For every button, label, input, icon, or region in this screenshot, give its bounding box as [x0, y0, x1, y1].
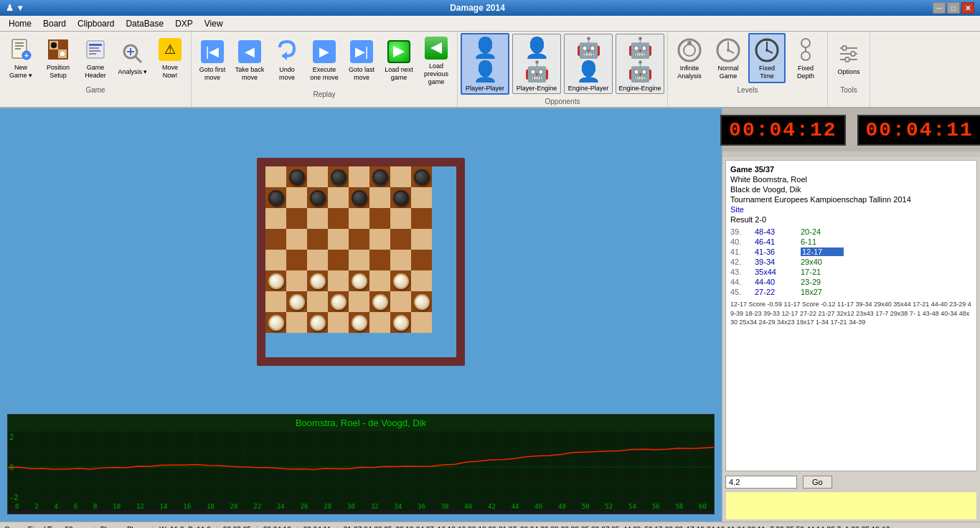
move-white[interactable]: 44-40 — [755, 278, 798, 286]
undo-button[interactable]: Undomove — [269, 35, 305, 85]
new-game-button[interactable]: + NewGame ▾ — [3, 33, 39, 83]
horizon-input[interactable] — [725, 476, 797, 489]
options-button[interactable]: Options — [831, 33, 867, 83]
board-cell[interactable] — [265, 229, 286, 250]
board-cell[interactable] — [328, 166, 349, 187]
board-cell[interactable] — [286, 208, 307, 229]
move-white[interactable]: 46-41 — [755, 237, 798, 246]
board-cell[interactable] — [328, 312, 349, 333]
menu-board[interactable]: Board — [37, 17, 72, 30]
board-cell[interactable] — [390, 208, 411, 229]
board-cell[interactable] — [286, 229, 307, 250]
move-white[interactable]: 41-36 — [755, 248, 798, 256]
board-cell[interactable] — [411, 187, 432, 208]
board-cell[interactable] — [286, 291, 307, 312]
load-prev-button[interactable]: Load previousgame — [418, 33, 454, 88]
board-cell[interactable] — [390, 250, 411, 270]
board-cell[interactable] — [307, 229, 328, 250]
board-cell[interactable] — [265, 187, 286, 208]
board-cell[interactable] — [390, 166, 411, 187]
board-cell[interactable] — [411, 229, 432, 250]
go-button[interactable]: Go — [803, 476, 832, 489]
move-black[interactable]: 12-17 — [801, 248, 844, 256]
menu-clipboard[interactable]: Clipboard — [72, 17, 120, 30]
board-cell[interactable] — [411, 166, 432, 187]
maximize-button[interactable]: □ — [947, 2, 960, 14]
menu-view[interactable]: View — [199, 17, 229, 30]
board-cell[interactable] — [286, 312, 307, 333]
position-setup-button[interactable]: PositionSetup — [40, 33, 76, 83]
board-cell[interactable] — [307, 270, 328, 291]
board-cell[interactable] — [328, 291, 349, 312]
infinite-analysis-button[interactable]: InfiniteAnalysis — [671, 33, 708, 83]
board-cell[interactable] — [390, 291, 411, 312]
fixed-time-button[interactable]: FixedTime — [748, 33, 786, 83]
board-cell[interactable] — [307, 250, 328, 270]
board-cell[interactable] — [328, 250, 349, 270]
board-cell[interactable] — [265, 208, 286, 229]
move-white[interactable]: 35x44 — [755, 268, 798, 276]
board-cell[interactable] — [349, 270, 369, 291]
execute-one-button[interactable]: ▶ Executeone move — [306, 35, 342, 85]
player-engine-button[interactable]: 👤🤖 Player-Engine — [512, 34, 561, 94]
board-cell[interactable] — [328, 270, 349, 291]
board-cell[interactable] — [307, 291, 328, 312]
move-black[interactable]: 29x40 — [801, 258, 844, 266]
board-cell[interactable] — [349, 208, 369, 229]
board-cell[interactable] — [349, 291, 369, 312]
board-cell[interactable] — [349, 250, 369, 270]
analysis-button[interactable]: Analysis ▾ — [115, 33, 151, 83]
goto-last-button[interactable]: ▶| Goto lastmove — [344, 35, 380, 85]
board-cell[interactable] — [369, 250, 390, 270]
move-black[interactable]: 23-29 — [801, 278, 844, 286]
board-cell[interactable] — [411, 270, 432, 291]
move-black[interactable]: 17-21 — [801, 268, 844, 276]
board-cell[interactable] — [411, 208, 432, 229]
take-back-button[interactable]: ◀ Take backmove — [232, 35, 268, 85]
move-black[interactable]: 6-11 — [801, 237, 844, 246]
menu-home[interactable]: Home — [3, 17, 37, 30]
minimize-button[interactable]: ─ — [933, 2, 946, 14]
board-cell[interactable] — [307, 187, 328, 208]
goto-first-button[interactable]: |◀ Goto firstmove — [194, 35, 230, 85]
board-cell[interactable] — [390, 187, 411, 208]
board-cell[interactable] — [411, 291, 432, 312]
board-cell[interactable] — [390, 270, 411, 291]
move-black[interactable]: 18x27 — [801, 288, 844, 296]
board-cell[interactable] — [369, 312, 390, 333]
board-cell[interactable] — [328, 187, 349, 208]
board-cell[interactable] — [265, 291, 286, 312]
board-cell[interactable] — [369, 229, 390, 250]
board-cell[interactable] — [390, 229, 411, 250]
board-cell[interactable] — [265, 166, 286, 187]
board-cell[interactable] — [286, 166, 307, 187]
move-now-button[interactable]: ⚠ MoveNow! — [152, 33, 188, 83]
normal-game-button[interactable]: NormalGame — [710, 33, 747, 83]
engine-player-button[interactable]: 🤖👤 Engine-Player — [564, 34, 613, 94]
game-header-button[interactable]: GameHeader — [77, 33, 113, 83]
menu-dxp[interactable]: DXP — [169, 17, 199, 30]
board-cell[interactable] — [411, 250, 432, 270]
board-cell[interactable] — [390, 312, 411, 333]
board-cell[interactable] — [369, 166, 390, 187]
board-cell[interactable] — [265, 270, 286, 291]
board-cell[interactable] — [328, 208, 349, 229]
board-cell[interactable] — [307, 312, 328, 333]
move-white[interactable]: 39-34 — [755, 258, 798, 266]
fixed-depth-button[interactable]: FixedDepth — [787, 33, 824, 83]
board-cell[interactable] — [307, 166, 328, 187]
board-cell[interactable] — [369, 208, 390, 229]
board-cell[interactable] — [369, 291, 390, 312]
player-player-button[interactable]: 👤👤 Player-Player — [461, 33, 509, 95]
load-next-button[interactable]: Load nextgame — [381, 35, 417, 85]
board-cell[interactable] — [265, 312, 286, 333]
move-white[interactable]: 27-22 — [755, 288, 798, 296]
board-cell[interactable] — [328, 229, 349, 250]
board-cell[interactable] — [286, 250, 307, 270]
move-black[interactable]: 20-24 — [801, 227, 844, 236]
board-cell[interactable] — [349, 229, 369, 250]
board-cell[interactable] — [349, 166, 369, 187]
board-cell[interactable] — [265, 250, 286, 270]
close-button[interactable]: ✕ — [961, 2, 974, 14]
board-cell[interactable] — [349, 187, 369, 208]
